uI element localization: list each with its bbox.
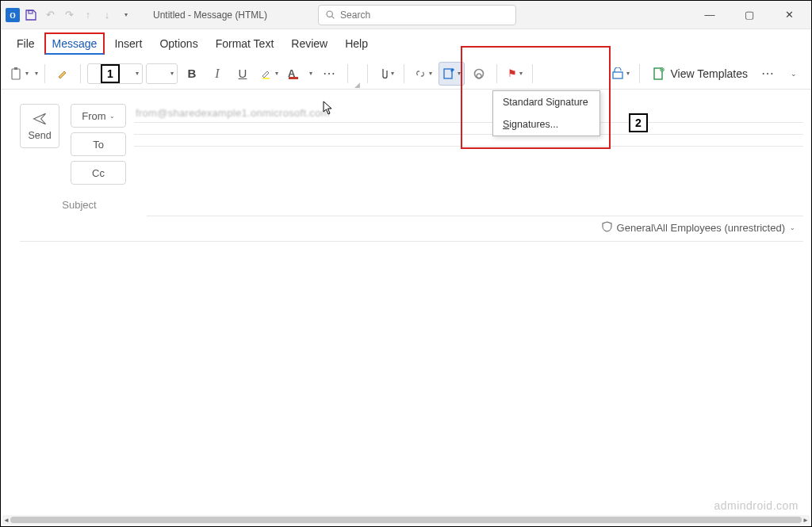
clipboard-chevron[interactable]: ▾ xyxy=(35,70,38,77)
subject-field[interactable] xyxy=(147,193,803,216)
to-label: To xyxy=(93,139,104,151)
chevron-down-icon: ⌄ xyxy=(790,224,795,231)
classification-selector[interactable]: General\All Employees (unrestricted) ⌄ xyxy=(602,221,803,235)
from-value: from@sharedexample1.onmicrosoft.com xyxy=(136,107,330,119)
separator xyxy=(532,64,533,83)
window-controls: — ▢ ✕ xyxy=(695,4,806,26)
subject-label: Subject xyxy=(20,199,139,211)
qat-customize-icon[interactable]: ▾ xyxy=(118,7,134,23)
follow-up-flag-button[interactable]: ⚑▾ xyxy=(504,62,526,86)
save-icon[interactable] xyxy=(23,7,39,23)
scroll-thumb[interactable] xyxy=(10,517,802,523)
tab-help[interactable]: Help xyxy=(337,32,376,55)
title-bar: O ↶ ↷ ↑ ↓ ▾ Untitled - Message (HTML) — … xyxy=(1,1,811,29)
undo-icon[interactable]: ↶ xyxy=(42,7,58,23)
cc-button[interactable]: Cc xyxy=(71,161,126,185)
svg-text:O: O xyxy=(10,10,15,19)
underline-button[interactable]: U xyxy=(232,62,254,86)
tab-file[interactable]: File xyxy=(9,32,43,55)
svg-line-4 xyxy=(332,17,335,19)
maximize-button[interactable]: ▢ xyxy=(735,4,764,26)
font-name-select[interactable]: ▾ xyxy=(87,63,143,84)
font-size-select[interactable]: ▾ xyxy=(146,63,178,84)
view-templates-button[interactable]: View Templates xyxy=(646,62,754,86)
window-title: Untitled - Message (HTML) xyxy=(153,10,267,21)
search-icon xyxy=(325,10,335,20)
horizontal-scrollbar[interactable]: ◄ ► xyxy=(2,515,810,525)
outlook-app-icon: O xyxy=(6,8,20,22)
tab-options[interactable]: Options xyxy=(151,32,205,55)
menu-item-standard-signature[interactable]: Standard Signature xyxy=(493,91,599,113)
view-templates-label: View Templates xyxy=(670,67,748,80)
svg-point-3 xyxy=(327,11,332,17)
search-input[interactable] xyxy=(340,10,509,21)
send-button[interactable]: Send xyxy=(20,104,59,148)
close-button[interactable]: ✕ xyxy=(775,4,803,26)
ribbon-toolbar: ▾ ▾ ▾ ▾ B I U ▾ A ▾ ⋯ ◢ ▾ ▾ ▾ ⚑▾ xyxy=(1,58,811,90)
more-formatting-button[interactable]: ⋯ xyxy=(319,62,341,86)
ribbon-tabs: File Message Insert Options Format Text … xyxy=(1,29,811,58)
separator xyxy=(44,64,45,83)
watermark-text: admindroid.com xyxy=(714,499,799,512)
font-color-button[interactable]: A ▾ xyxy=(285,62,316,86)
from-field[interactable]: from@sharedexample1.onmicrosoft.com xyxy=(134,104,803,123)
minimize-button[interactable]: — xyxy=(695,4,724,26)
to-field[interactable] xyxy=(134,128,803,135)
bold-button[interactable]: B xyxy=(181,62,203,86)
separator xyxy=(80,64,81,83)
shield-icon xyxy=(602,221,612,235)
separator xyxy=(367,64,368,83)
from-button[interactable]: From ⌄ xyxy=(71,104,126,128)
svg-rect-5 xyxy=(12,69,20,79)
dialog-launcher-icon[interactable]: ◢ xyxy=(354,81,361,87)
separator xyxy=(496,64,497,83)
scroll-left-arrow[interactable]: ◄ xyxy=(2,515,10,525)
signature-button[interactable]: ▾ xyxy=(439,62,465,86)
up-arrow-icon[interactable]: ↑ xyxy=(80,7,96,23)
link-button[interactable]: ▾ xyxy=(411,62,435,86)
to-button[interactable]: To xyxy=(71,132,126,156)
menu-item-signatures[interactable]: SSignatures...ignatures... xyxy=(493,113,599,136)
from-label: From xyxy=(82,110,105,122)
cc-label: Cc xyxy=(92,167,105,179)
loop-button[interactable] xyxy=(468,62,490,86)
separator xyxy=(639,64,640,83)
svg-rect-2 xyxy=(29,10,33,13)
scroll-right-arrow[interactable]: ► xyxy=(802,515,810,525)
down-arrow-icon[interactable]: ↓ xyxy=(99,7,115,23)
cc-field[interactable] xyxy=(134,139,803,147)
ribbon-collapse-button[interactable]: ⌄ xyxy=(783,62,805,86)
separator xyxy=(404,64,404,83)
tab-format-text[interactable]: Format Text xyxy=(208,32,282,55)
classification-label: General\All Employees (unrestricted) xyxy=(617,222,785,234)
send-label: Send xyxy=(28,130,51,141)
ribbon-overflow-button[interactable]: ⋯ xyxy=(757,62,779,86)
italic-button[interactable]: I xyxy=(206,62,228,86)
redo-icon[interactable]: ↷ xyxy=(61,7,77,23)
svg-rect-7 xyxy=(262,78,270,79)
separator xyxy=(347,64,348,83)
search-box[interactable] xyxy=(318,5,516,25)
svg-rect-10 xyxy=(613,72,622,78)
tab-review[interactable]: Review xyxy=(283,32,335,55)
text-highlight-button[interactable]: ▾ xyxy=(257,62,282,86)
tab-message[interactable]: Message xyxy=(44,32,105,55)
attach-file-button[interactable]: ▾ xyxy=(374,62,397,86)
signature-dropdown-menu: Standard Signature SSignatures...ignatur… xyxy=(492,90,600,136)
tab-insert[interactable]: Insert xyxy=(106,32,150,55)
paste-button[interactable]: ▾ xyxy=(7,62,32,86)
format-painter-button[interactable] xyxy=(52,62,74,86)
compose-area: Send From ⌄ To Cc from@sharedexample1.on… xyxy=(1,90,811,242)
sensitivity-button[interactable]: ▾ xyxy=(608,62,633,86)
svg-rect-6 xyxy=(14,67,17,70)
chevron-down-icon: ⌄ xyxy=(109,113,115,120)
